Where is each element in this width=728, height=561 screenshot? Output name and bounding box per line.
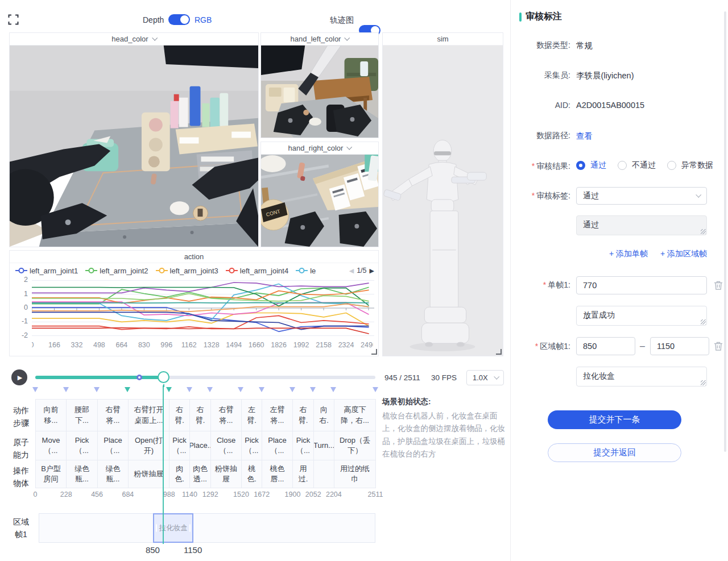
frame-axis-tick: 2052	[305, 491, 321, 498]
legend-next-icon[interactable]: ▶	[370, 267, 374, 275]
legend-prev-icon[interactable]: ◀	[349, 267, 354, 275]
region-end-label: 1150	[184, 545, 202, 555]
depth-rgb-toggle[interactable]	[168, 14, 190, 25]
legend-label: left_arm_joint2	[100, 267, 148, 275]
fullscreen-icon[interactable]	[8, 14, 19, 25]
x-tick-label: 1660	[249, 341, 264, 349]
add-single-frame-button[interactable]: + 添加单帧	[609, 249, 648, 258]
table-cell: Pick（...	[66, 431, 98, 460]
row-label-action-steps: 动作 步骤	[11, 405, 31, 429]
boundary-marker-2511[interactable]	[373, 387, 378, 392]
slider-handle[interactable]	[158, 371, 169, 383]
delete-single-frame-icon[interactable]	[714, 280, 723, 290]
playhead-line[interactable]	[163, 385, 164, 544]
resize-handle-icon[interactable]	[496, 349, 502, 355]
series-left_arm_joint4	[32, 315, 369, 329]
legend-item-left_arm_joint1[interactable]: left_arm_joint1	[15, 267, 78, 275]
add-region-frame-button[interactable]: + 添加区域帧	[660, 249, 707, 258]
boundary-marker-1900[interactable]	[289, 387, 295, 392]
radio-label-异常数据[interactable]: 异常数据	[681, 160, 713, 171]
hand-right-camera-select[interactable]: hand_right_color	[261, 142, 378, 155]
slider-progress	[35, 376, 163, 379]
submit-return-button[interactable]: 提交并返回	[548, 443, 681, 462]
boundary-marker-2204[interactable]	[330, 387, 336, 392]
playback-speed-select[interactable]: 1.0X	[466, 370, 504, 385]
legend-item-left_arm_joint2[interactable]: left_arm_joint2	[85, 267, 148, 275]
review-tag-select[interactable]: 通过	[576, 187, 707, 205]
head-camera-select[interactable]: head_color	[10, 33, 258, 45]
radio-通过[interactable]	[576, 161, 585, 170]
single-frame-marker-dot[interactable]	[136, 375, 142, 380]
aid-label: AID:	[511, 101, 570, 110]
review-form: 审核标注 数据类型: 常规 采集员: 李轶晨(liyichen) AID: A2…	[511, 0, 728, 462]
textarea-resize-icon[interactable]	[701, 229, 706, 234]
radio-不通过[interactable]	[618, 161, 627, 170]
boundary-marker-1140[interactable]	[187, 387, 192, 392]
chevron-down-icon	[152, 35, 158, 40]
boundary-marker-1672[interactable]	[259, 387, 264, 392]
frame-axis-tick: 1672	[254, 491, 270, 498]
table-cell: Pick（...	[241, 431, 262, 460]
step-table-row: 向前移...腰部下...右臂将...右臂打开桌面上...右臂.右臂.右臂将...…	[35, 399, 375, 431]
segment-right-handle[interactable]	[189, 525, 191, 532]
row-label-atomic-skill: 原子 能力	[11, 437, 31, 461]
table-cell: 高度下降，右...	[334, 399, 376, 431]
action-chart-panel: action left_arm_joint1left_arm_joint2lef…	[9, 250, 379, 356]
boundary-marker-228[interactable]	[63, 387, 69, 392]
tag-note-textarea[interactable]: 通过	[576, 215, 707, 235]
action-title-text: action	[184, 252, 204, 261]
legend-marker-icon	[226, 268, 238, 273]
frame-axis-tick: 1292	[202, 491, 218, 498]
single-frame-input[interactable]	[576, 276, 707, 294]
radio-label-不通过[interactable]: 不通过	[632, 160, 656, 171]
y-tick-label: -1	[13, 317, 28, 325]
legend-item-left_arm_joint4[interactable]: left_arm_joint4	[226, 267, 288, 275]
radio-异常数据[interactable]	[667, 161, 676, 170]
table-cell: Place（...	[97, 431, 129, 460]
x-tick-label: 0	[32, 341, 34, 349]
head-camera-panel: head_color	[9, 32, 259, 247]
legend-item-le[interactable]: le	[296, 267, 316, 275]
region-start-input[interactable]	[576, 337, 635, 355]
timeline-slider[interactable]	[35, 376, 375, 379]
play-button[interactable]: ▶	[11, 369, 27, 385]
resize-handle-icon[interactable]	[371, 349, 377, 355]
scene-initial-state: 场景初始状态: 梳妆台在机器人前，化妆盒在桌面上，化妆盒的侧边摆放着物品，化妆品…	[382, 397, 507, 460]
table-cell: 右臂.	[189, 399, 211, 431]
boundary-marker-2052[interactable]	[310, 387, 316, 392]
textarea-resize-icon[interactable]	[701, 319, 706, 325]
boundary-marker-988[interactable]	[166, 387, 172, 392]
submit-next-button[interactable]: 提交并下一条	[548, 410, 681, 429]
boundary-marker-456[interactable]	[94, 387, 100, 392]
textarea-resize-icon[interactable]	[701, 380, 706, 385]
hand-left-camera-select[interactable]: hand_left_color	[261, 33, 378, 45]
table-cell: 用过.	[292, 460, 314, 488]
head-camera-title: head_color	[111, 35, 148, 43]
legend-label: left_arm_joint4	[240, 267, 288, 275]
chart-y-axis-labels: 210-1-2	[13, 277, 29, 342]
radio-label-通过[interactable]: 通过	[590, 160, 606, 171]
single-frame-note-textarea[interactable]: 放置成功	[576, 306, 707, 326]
region-note-textarea[interactable]: 拉化妆盒	[576, 367, 707, 387]
delete-region-frame-icon[interactable]	[714, 341, 723, 351]
data-path-link[interactable]: 查看	[576, 131, 593, 142]
panel-scrollbar[interactable]	[724, 11, 726, 452]
boundary-marker-1520[interactable]	[238, 387, 243, 392]
boundary-marker-0[interactable]	[32, 387, 38, 392]
sim-title-text: sim	[437, 35, 448, 43]
review-result-label: *审核结果:	[511, 161, 570, 172]
required-star: *	[532, 161, 535, 171]
x-tick-label: 996	[160, 341, 172, 349]
segment-left-handle[interactable]	[156, 525, 157, 532]
region-end-input[interactable]	[650, 337, 709, 355]
y-tick-label: 2	[13, 276, 28, 284]
hand-right-camera-image: CONT	[261, 155, 378, 247]
y-tick-label: -2	[13, 331, 28, 339]
boundary-marker-684[interactable]	[125, 387, 130, 392]
legend-marker-icon	[85, 268, 97, 273]
legend-item-left_arm_joint3[interactable]: left_arm_joint3	[156, 267, 218, 275]
required-star: *	[532, 191, 535, 200]
boundary-marker-1292[interactable]	[207, 387, 213, 392]
data-type-value: 常规	[576, 40, 593, 51]
region-frame-segment[interactable]: 拉化妆盒	[153, 513, 193, 543]
